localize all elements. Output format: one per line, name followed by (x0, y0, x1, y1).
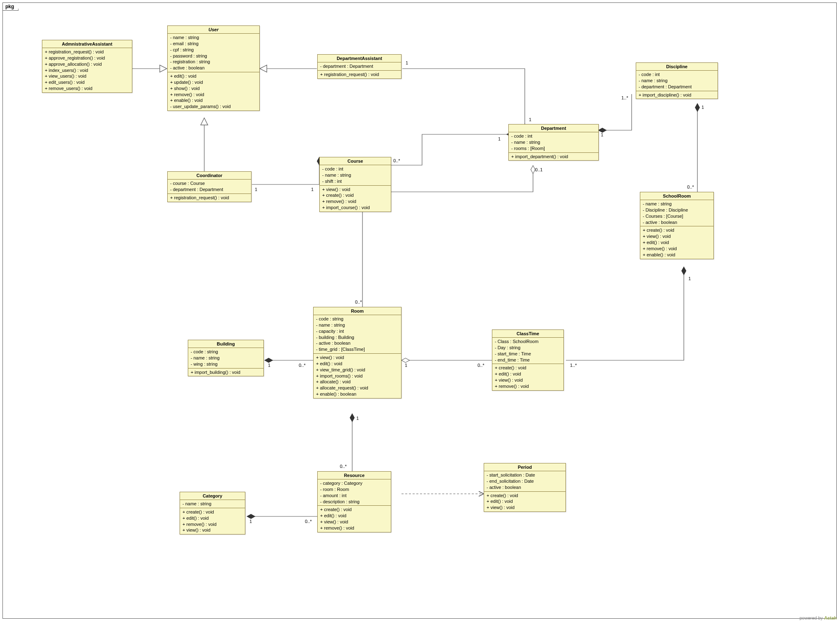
class-ops: + create() : void + edit() : void + view… (318, 506, 391, 532)
mult: 1 (406, 60, 408, 65)
footer-pre: powered by (800, 615, 824, 620)
class-attrs: - course : Course - department : Departm… (168, 180, 251, 194)
mult: 1..* (621, 95, 628, 100)
mult: 1 (601, 132, 603, 137)
class-title: AdmnistrativeAssistant (42, 40, 132, 48)
class-title: Room (314, 307, 401, 315)
class-SchoolRoom: SchoolRoom - name : string - Discipline … (640, 192, 714, 259)
class-title: Department (509, 124, 598, 132)
mult: 0..1 (535, 167, 542, 172)
class-title: DepartmentAssistant (318, 55, 401, 62)
footer-brand: Astah (824, 615, 837, 620)
class-title: Period (484, 463, 565, 471)
class-attrs: - code : int - name : string - shift : i… (320, 165, 391, 186)
class-Discipline: Discipline - code : int - name : string … (636, 62, 718, 99)
mult: 1..* (570, 363, 577, 368)
mult: 1 (688, 276, 691, 281)
class-ops: + view() : void + edit() : void + view_t… (314, 354, 401, 398)
class-Building: Building - code : string - name : string… (188, 340, 264, 376)
class-title: Coordinator (168, 172, 251, 180)
mult: 1 (356, 416, 359, 421)
mult: 0..* (687, 184, 694, 189)
mult: 1 (249, 519, 252, 524)
class-attrs: - code : int - name : string - departmen… (636, 71, 718, 91)
mult: 0..* (305, 519, 312, 524)
mult: 1 (702, 105, 704, 110)
class-title: Resource (318, 472, 391, 479)
class-ops: + registration_request() : void (318, 71, 401, 78)
class-ClassTime: ClassTime - Class : SchoolRoom - Day : s… (492, 329, 564, 391)
mult: 0..* (393, 158, 400, 163)
class-ops: + view() : void + create() : void + remo… (320, 186, 391, 212)
class-attrs: - code : string - name : string - wing :… (188, 348, 263, 369)
class-title: Course (320, 157, 391, 165)
class-attrs: - category : Category - room : Room - am… (318, 479, 391, 506)
class-ops: + create() : void + view() : void + edit… (640, 226, 713, 258)
class-attrs: - department : Department (318, 62, 401, 71)
class-Room: Room - code : string - name : string - c… (313, 307, 402, 399)
mult: 1 (255, 187, 257, 192)
mult: 0..* (355, 299, 362, 304)
mult: 0..* (340, 464, 347, 469)
class-ops: + create() : void + edit() : void + view… (484, 492, 565, 512)
class-title: Building (188, 340, 263, 348)
diagram-frame: pkg (2, 2, 837, 619)
class-attrs: - name : string - email : string - cpf :… (168, 34, 259, 72)
class-ops: + registration_request() : void + approv… (42, 48, 132, 92)
class-Category: Category - name : string + create() : vo… (180, 492, 245, 534)
package-label: pkg (2, 2, 18, 11)
class-DepartmentAssistant: DepartmentAssistant - department : Depar… (317, 54, 402, 79)
class-title: ClassTime (492, 330, 563, 338)
class-Department: Department - code : int - name : string … (508, 124, 599, 161)
class-User: User - name : string - email : string - … (167, 25, 260, 111)
class-attrs: - name : string - Discipline : Disciplin… (640, 200, 713, 226)
mult: 0..* (299, 363, 306, 368)
class-Course: Course - code : int - name : string - sh… (319, 157, 391, 212)
class-attrs: - name : string (180, 500, 245, 508)
class-ops: + create() : void + edit() : void + view… (492, 364, 563, 390)
class-ops: + import_building() : void (188, 369, 263, 376)
class-attrs: - Class : SchoolRoom - Day : string - st… (492, 338, 563, 364)
class-title: SchoolRoom (640, 192, 713, 200)
mult: 1 (268, 363, 270, 368)
class-ops: + create() : void + edit() : void + remo… (180, 508, 245, 534)
class-attrs: - start_solicitation : Date - end_solici… (484, 471, 565, 492)
mult: 1 (405, 363, 407, 368)
mult: 1 (311, 187, 314, 192)
class-ops: + registration_request() : void (168, 194, 251, 202)
mult: 1 (498, 136, 501, 141)
footer: powered by Astah (800, 615, 837, 620)
class-ops: + edit() : void + update() : void + show… (168, 72, 259, 111)
class-title: Category (180, 492, 245, 500)
class-title: User (168, 26, 259, 34)
class-Coordinator: Coordinator - course : Course - departme… (167, 171, 252, 202)
class-Period: Period - start_solicitation : Date - end… (484, 463, 566, 512)
class-AdmnistrativeAssistant: AdmnistrativeAssistant + registration_re… (42, 40, 132, 93)
class-Resource: Resource - category : Category - room : … (317, 471, 391, 532)
class-attrs: - code : int - name : string - rooms : [… (509, 132, 598, 153)
class-attrs: - code : string - name : string - capaci… (314, 315, 401, 354)
class-title: Discipline (636, 63, 718, 71)
class-ops: + import_discipline() : void (636, 91, 718, 99)
class-ops: + import_department() : void (509, 153, 598, 161)
mult: 1 (529, 117, 531, 122)
mult: 0..* (478, 363, 485, 368)
